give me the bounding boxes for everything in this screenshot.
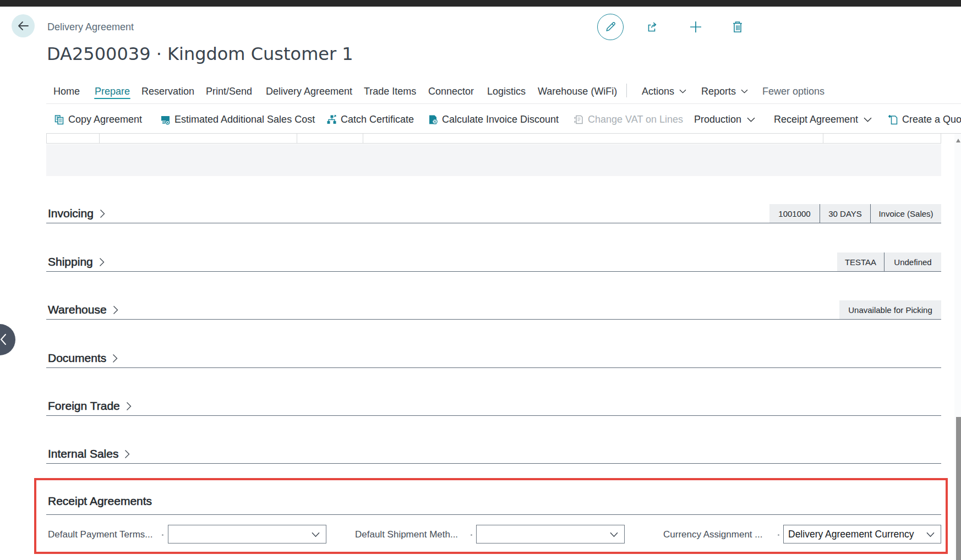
receipt-agreement-menu[interactable]: Receipt Agreement <box>774 113 872 125</box>
tab-delivery-agreement[interactable]: Delivery Agreement <box>266 85 352 97</box>
tabbar-divider <box>626 84 627 97</box>
tag-shipping-advice: Undefined <box>884 252 941 271</box>
new-button[interactable] <box>689 20 703 34</box>
change-vat-on-lines-button[interactable]: Change VAT on Lines <box>574 113 683 125</box>
copy-agreement-button[interactable]: Copy Agreement <box>54 113 142 125</box>
tab-prepare[interactable]: Prepare <box>95 85 130 97</box>
tab-warehouse-wifi[interactable]: Warehouse (WiFi) <box>538 85 617 97</box>
back-button[interactable] <box>12 14 35 37</box>
chevron-down-icon <box>312 532 320 537</box>
catch-certificate-icon <box>326 114 337 125</box>
section-rule <box>46 271 941 272</box>
section-rule <box>46 223 941 223</box>
share-button[interactable] <box>646 20 659 34</box>
chevron-down-icon <box>864 117 872 122</box>
tab-home[interactable]: Home <box>53 85 80 97</box>
tab-reservation[interactable]: Reservation <box>141 85 194 97</box>
section-rule <box>46 319 941 320</box>
change-vat-icon <box>574 114 584 125</box>
currency-assignment-combobox[interactable]: Delivery Agreement Currency <box>783 525 941 543</box>
grid-column-divider <box>46 134 47 143</box>
grid-column-divider <box>297 134 297 143</box>
currency-assignment-value: Delivery Agreement Currency <box>788 529 914 540</box>
section-internal-sales-label: Internal Sales <box>48 447 118 460</box>
copy-icon <box>54 114 64 125</box>
default-payment-terms-combobox[interactable] <box>168 525 326 543</box>
section-documents[interactable]: Documents <box>48 351 118 365</box>
menu-reports[interactable]: Reports <box>701 85 748 97</box>
default-shipment-method-combobox[interactable] <box>476 525 625 543</box>
tab-connector[interactable]: Connector <box>428 85 474 97</box>
chevron-left-icon <box>0 333 7 345</box>
section-internal-sales[interactable]: Internal Sales <box>48 447 130 461</box>
calculate-invoice-discount-label: Calculate Invoice Discount <box>442 114 559 125</box>
sales-cost-icon <box>160 114 171 125</box>
section-foreign-trade[interactable]: Foreign Trade <box>48 399 132 413</box>
copy-agreement-label: Copy Agreement <box>68 114 142 125</box>
lines-grid-row[interactable] <box>46 134 941 144</box>
section-rule <box>46 367 941 368</box>
section-invoicing-label: Invoicing <box>48 207 94 220</box>
section-rule <box>46 415 941 416</box>
chevron-down-icon <box>926 532 935 537</box>
edit-button[interactable] <box>597 14 624 40</box>
tag-payment-terms: 30 DAYS <box>820 204 870 223</box>
currency-assignment-label: Currency Assignment ... <box>663 529 762 540</box>
grid-column-divider <box>823 134 823 143</box>
grid-column-divider <box>99 134 100 143</box>
scrollbar-up-arrow[interactable] <box>956 139 960 142</box>
default-shipment-method-label: Default Shipment Meth... <box>355 529 458 540</box>
production-menu[interactable]: Production <box>694 113 755 125</box>
collapse-panel-button[interactable] <box>0 324 15 355</box>
chevron-down-icon <box>610 532 618 537</box>
invoice-discount-icon <box>428 114 438 125</box>
chevron-down-icon <box>679 89 686 94</box>
estimated-additional-sales-cost-button[interactable]: Estimated Additional Sales Cost <box>160 113 315 125</box>
grid-column-divider <box>363 134 363 143</box>
section-rule <box>46 514 941 515</box>
calculate-invoice-discount-button[interactable]: Calculate Invoice Discount <box>428 113 559 125</box>
menu-reports-label: Reports <box>701 85 736 97</box>
page-caption: Delivery Agreement <box>47 21 134 33</box>
chevron-right-icon <box>100 209 105 218</box>
chevron-right-icon <box>124 449 130 459</box>
tag-picking-status: Unavailable for Picking <box>839 300 941 319</box>
lines-grid-footer <box>46 144 941 176</box>
trash-icon <box>731 20 744 34</box>
page-title: DA2500039 · Kingdom Customer 1 <box>47 43 353 64</box>
receipt-agreement-label: Receipt Agreement <box>774 114 858 125</box>
catch-certificate-button[interactable]: Catch Certificate <box>326 113 414 125</box>
chevron-right-icon <box>126 402 132 411</box>
section-rule <box>46 463 941 464</box>
fewer-options-link[interactable]: Fewer options <box>762 85 825 97</box>
catch-certificate-label: Catch Certificate <box>341 114 414 125</box>
section-receipt-agreements-label: Receipt Agreements <box>48 495 152 508</box>
menu-actions[interactable]: Actions <box>642 85 686 97</box>
chevron-right-icon <box>112 354 118 363</box>
tag-invoice-type: Invoice (Sales) <box>870 204 941 223</box>
estimated-additional-sales-cost-label: Estimated Additional Sales Cost <box>174 114 315 125</box>
section-warehouse[interactable]: Warehouse <box>48 303 118 317</box>
section-shipping[interactable]: Shipping <box>48 255 105 269</box>
plus-icon <box>689 20 703 34</box>
field-dot <box>471 534 472 536</box>
tab-trade-items[interactable]: Trade Items <box>364 85 416 97</box>
grid-column-divider <box>941 134 941 143</box>
action-toolbar: Copy Agreement Estimated Additional Sale… <box>0 108 961 133</box>
chevron-right-icon <box>113 305 118 315</box>
delete-button[interactable] <box>731 20 744 34</box>
pencil-icon <box>604 20 617 34</box>
section-invoicing[interactable]: Invoicing <box>48 206 105 221</box>
section-receipt-agreements: Receipt Agreements <box>48 494 152 508</box>
tab-logistics[interactable]: Logistics <box>487 85 526 97</box>
tab-print-send[interactable]: Print/Send <box>206 85 252 97</box>
top-dark-strip <box>0 0 961 7</box>
create-quote-icon <box>888 114 898 125</box>
scrollbar-thumb[interactable] <box>956 417 961 560</box>
invoicing-tags: 1001000 30 DAYS Invoice (Sales) <box>769 204 941 223</box>
section-documents-label: Documents <box>48 352 106 365</box>
production-label: Production <box>694 114 741 125</box>
field-dot <box>162 534 163 536</box>
create-quote-button[interactable]: Create a Quote <box>888 113 961 125</box>
delivery-agreement-page: Delivery Agreement DA2500039 · Kingdom C… <box>0 0 961 560</box>
